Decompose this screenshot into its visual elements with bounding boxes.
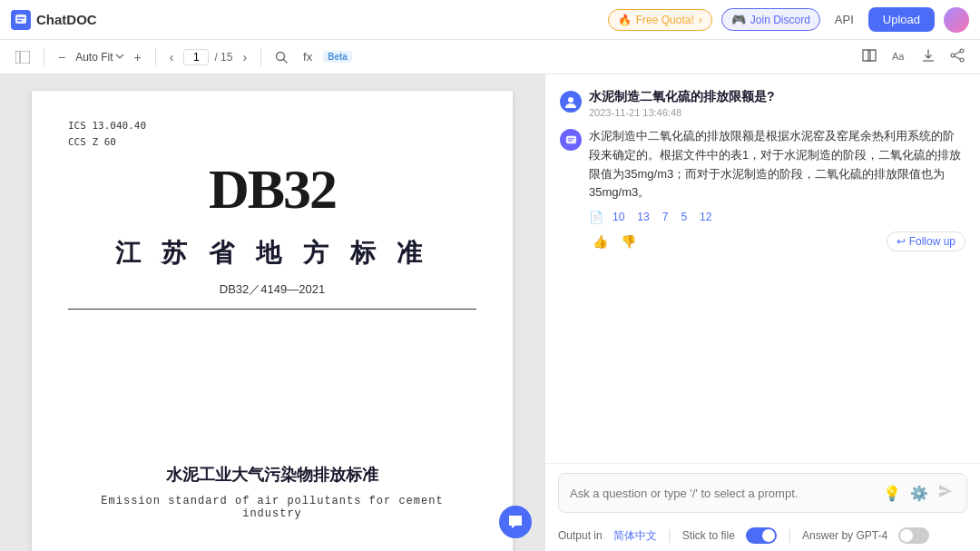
- pdf-meta-ics: ICS 13.040.40: [68, 118, 476, 134]
- ref-7[interactable]: 7: [659, 210, 672, 224]
- chat-question: 水泥制造二氧化硫的排放限额是? 2023-11-21 13:46:48: [560, 89, 965, 118]
- output-in-label: Output in: [558, 529, 603, 542]
- pdf-toolbar: − Auto Fit + ‹ / 15 › fx Beta Aa: [0, 40, 980, 74]
- toggle-slider: [746, 527, 777, 544]
- pdf-logo: DB32: [68, 157, 476, 221]
- chat-actions: 👍 👎 ↩ Follow up: [589, 231, 965, 251]
- answer-by-label: Answer by GPT-4: [802, 529, 887, 542]
- logo-text: ChatDOC: [36, 12, 97, 27]
- chat-answer: 水泥制造中二氧化硫的排放限额是根据水泥窑及窑尾余热利用系统的阶段来确定的。根据文…: [560, 127, 965, 251]
- avatar[interactable]: [944, 7, 969, 33]
- send-button[interactable]: [936, 481, 956, 505]
- pdf-panel: ICS 13.040.40 CCS Z 60 DB32 江 苏 省 地 方 标 …: [0, 74, 544, 551]
- follow-up-label: Follow up: [909, 235, 956, 248]
- answer-icon: [560, 129, 582, 151]
- discord-button[interactable]: 🎮 Join Discord: [721, 8, 820, 31]
- stick-to-file-label: Stick to file: [682, 529, 735, 542]
- api-button[interactable]: API: [829, 9, 859, 30]
- ref-13[interactable]: 13: [633, 210, 652, 224]
- answer-by-slider: [898, 527, 929, 544]
- separator3: [260, 48, 261, 66]
- svg-point-14: [568, 97, 573, 103]
- settings-icon-button[interactable]: ⚙️: [908, 483, 930, 504]
- chat-question-content: 水泥制造二氧化硫的排放限额是? 2023-11-21 13:46:48: [589, 89, 965, 118]
- ref-10[interactable]: 10: [609, 210, 628, 224]
- svg-rect-16: [567, 138, 573, 139]
- sidebar-toggle-button[interactable]: [11, 48, 34, 66]
- chat-question-text: 水泥制造二氧化硫的排放限额是?: [589, 89, 965, 105]
- svg-line-13: [955, 56, 960, 59]
- free-quota-button[interactable]: 🔥 Free Quota! ›: [608, 9, 712, 31]
- svg-rect-3: [15, 51, 30, 64]
- book-icon-button[interactable]: [857, 45, 882, 69]
- main-content: ICS 13.040.40 CCS Z 60 DB32 江 苏 省 地 方 标 …: [0, 74, 980, 551]
- chat-input-area: 💡 ⚙️: [545, 463, 980, 522]
- chat-panel: 水泥制造二氧化硫的排放限额是? 2023-11-21 13:46:48 水泥制造…: [544, 74, 980, 551]
- chevron-right-icon: ›: [699, 14, 702, 26]
- footer-sep2: |: [788, 527, 791, 544]
- footer-sep1: |: [668, 527, 671, 544]
- svg-point-10: [951, 54, 955, 57]
- zoom-out-button[interactable]: −: [54, 47, 70, 67]
- pdf-divider: [68, 309, 476, 310]
- next-page-button[interactable]: ›: [238, 47, 251, 67]
- ref-icon: 📄: [589, 211, 603, 224]
- svg-line-6: [284, 59, 288, 63]
- chat-answer-refs: 📄 10 13 7 5 12: [589, 210, 965, 224]
- separator2: [155, 48, 156, 66]
- chat-input-icons: 💡 ⚙️: [881, 481, 956, 505]
- pdf-chat-bubble[interactable]: [499, 506, 532, 538]
- svg-rect-1: [17, 17, 24, 19]
- follow-up-button[interactable]: ↩ Follow up: [887, 231, 965, 251]
- svg-line-12: [955, 52, 960, 54]
- svg-point-9: [960, 49, 964, 53]
- chat-answer-text: 水泥制造中二氧化硫的排放限额是根据水泥窑及窑尾余热利用系统的阶段来确定的。根据文…: [589, 127, 965, 202]
- chat-input[interactable]: [570, 487, 874, 500]
- text-size-button[interactable]: Aa: [887, 45, 911, 69]
- pdf-main-title: 江 苏 省 地 方 标 准: [68, 236, 476, 271]
- question-icon: [560, 91, 582, 113]
- thumbs-up-button[interactable]: 👍: [589, 232, 612, 251]
- svg-rect-15: [565, 135, 575, 143]
- answer-by-toggle[interactable]: [898, 527, 929, 544]
- chat-question-time: 2023-11-21 13:46:48: [589, 107, 965, 118]
- separator: [44, 48, 44, 66]
- chat-messages: 水泥制造二氧化硫的排放限额是? 2023-11-21 13:46:48 水泥制造…: [545, 74, 980, 463]
- lightbulb-icon-button[interactable]: 💡: [881, 483, 903, 504]
- prev-page-button[interactable]: ‹: [165, 47, 179, 67]
- logo[interactable]: ChatDOC: [11, 10, 97, 30]
- discord-label: Join Discord: [750, 14, 810, 26]
- language-selector[interactable]: 简体中文: [613, 528, 657, 544]
- svg-rect-17: [567, 140, 572, 141]
- follow-up-icon: ↩: [897, 235, 906, 248]
- svg-rect-2: [17, 20, 22, 22]
- pdf-subtitle: 水泥工业大气污染物排放标准: [68, 464, 476, 486]
- formula-button[interactable]: fx: [298, 48, 318, 65]
- pdf-page: ICS 13.040.40 CCS Z 60 DB32 江 苏 省 地 方 标 …: [32, 91, 513, 551]
- chat-answer-content: 水泥制造中二氧化硫的排放限额是根据水泥窑及窑尾余热利用系统的阶段来确定的。根据文…: [589, 127, 965, 251]
- discord-icon: 🎮: [731, 13, 746, 26]
- pdf-en-subtitle: Emission standard of air pollutants for …: [68, 495, 476, 520]
- download-button[interactable]: [916, 45, 940, 69]
- ref-5[interactable]: 5: [677, 210, 691, 224]
- search-button[interactable]: [270, 48, 292, 66]
- pdf-meta-ccs: CCS Z 60: [68, 134, 476, 151]
- stick-to-file-toggle[interactable]: [746, 527, 777, 544]
- svg-point-11: [960, 58, 964, 62]
- upload-button[interactable]: Upload: [868, 7, 935, 32]
- pdf-doc-num: DB32／4149—2021: [68, 281, 476, 298]
- free-quota-label: Free Quota!: [636, 14, 694, 26]
- beta-badge: Beta: [323, 51, 352, 63]
- chat-input-row: 💡 ⚙️: [558, 473, 967, 513]
- svg-rect-0: [15, 15, 26, 24]
- ref-12[interactable]: 12: [696, 210, 715, 224]
- top-navigation: ChatDOC 🔥 Free Quota! › 🎮 Join Discord A…: [0, 0, 980, 40]
- page-number-input[interactable]: [183, 49, 209, 65]
- logo-icon: [11, 10, 31, 30]
- share-button[interactable]: [946, 45, 969, 69]
- svg-text:Aa: Aa: [892, 51, 905, 62]
- zoom-in-button[interactable]: +: [130, 47, 146, 67]
- fit-select[interactable]: Auto Fit: [75, 51, 123, 64]
- chat-footer: Output in 简体中文 | Stick to file | Answer …: [545, 522, 980, 551]
- thumbs-down-button[interactable]: 👎: [617, 232, 640, 251]
